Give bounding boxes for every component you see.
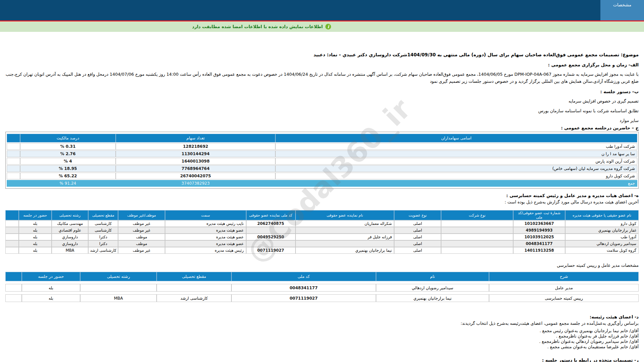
col-header-ownership-pct: درصد مالکیت	[20, 134, 116, 142]
col-header-blank	[7, 134, 20, 142]
section-j-title: ج – حاضرین درجلسه مجمع عمومی :	[5, 125, 639, 131]
blank-cell	[7, 143, 20, 150]
ownership-pct-cell: 2.76 %	[20, 150, 116, 157]
member-name-cell: گروه کوبل سلامت	[565, 247, 639, 254]
ownership-pct-cell: 65.22 %	[20, 173, 116, 179]
membership-type-cell: اصلی	[394, 220, 441, 227]
company-type-cell	[441, 247, 513, 254]
representative-id-cell	[246, 227, 296, 234]
col-header-registration-id: شمارۀ ثبت عضو حقوقی/کد ملی	[513, 210, 565, 220]
member-name-cell: غفار برارجانیان بهنمیري	[565, 227, 639, 234]
share-count-cell: 128218692	[116, 143, 275, 150]
table-row: رییس کمیته حسابرسی نیما برارجانیان بهنمی…	[5, 294, 639, 302]
representative-id-cell: 0071119027	[246, 247, 296, 254]
col-header-position: سمت	[165, 210, 246, 220]
blank-cell	[5, 240, 19, 247]
attendance-cell: بله	[22, 284, 80, 292]
representative-name-cell	[296, 240, 394, 247]
attendance-cell: بله	[19, 240, 52, 247]
degree-cell: کارشناسی ارشد	[88, 247, 118, 254]
board-header-row: نام عضو حقیقی یا حقوقی هیئت مدیره شمارۀ …	[5, 210, 639, 220]
share-count-cell: 1640013098	[116, 158, 275, 165]
table-row: آدورا طب 10103912025 اصلی فرزانه جلیل فر…	[5, 234, 639, 240]
company-type-cell	[441, 220, 513, 227]
field-cell: MBA	[52, 247, 89, 254]
col-header-field: رشته تحصیلی	[52, 210, 89, 220]
description-cell: مدیر عامل	[489, 284, 639, 292]
representative-id-cell: 2062740875	[246, 220, 296, 227]
degree-cell: کارشناسی	[88, 227, 118, 234]
executive-status-cell: موظف	[118, 234, 165, 240]
blank-cell	[7, 180, 20, 187]
table-row: غفار برارجانیان بهنمیري 4989194993 اصلی …	[5, 227, 639, 234]
executive-status-cell: غیر موظف	[118, 247, 165, 254]
attendees-total-row: جمع 37407382923 91.24 %	[7, 180, 637, 187]
total-pct-cell: 91.24 %	[20, 180, 116, 187]
col-header-shareholders: اسامی سهامداران	[275, 134, 637, 142]
share-count-cell: 7768964764	[116, 165, 275, 172]
col-header-name: نام	[376, 272, 489, 281]
degree-cell: کارشناسی ارشد	[157, 294, 231, 302]
position-cell: نایب رئیس هیئت مدیره	[165, 220, 246, 227]
blank-cell	[7, 150, 20, 157]
section-b-title: ب– دستور جلسه :	[5, 89, 639, 95]
top-navigation-bar: مشخصات	[0, 0, 644, 20]
presidium-member: آقای/ خانم سیدامیر رضویان اردهالي به‌عنو…	[5, 339, 639, 344]
attendees-table: اسامی سهامداران تعداد سهام درصد مالکیت ش…	[7, 133, 637, 187]
col-header-blank	[5, 272, 22, 281]
section-d-title: د- اعضای هیئت رئیسه:	[5, 314, 639, 320]
col-header-attendance: حضور در جلسه	[19, 210, 52, 220]
col-header-share-count: تعداد سهام	[116, 134, 275, 142]
attendance-cell: بله	[19, 227, 52, 234]
section-a-title: الف- زمان و محل برگزاری مجمع عمومی :	[5, 62, 639, 68]
total-shares-cell: 37407382923	[116, 180, 275, 187]
section-d-body: براساس رأی‌گیری به‌عمل‌آمده در جلسة مجمع…	[5, 320, 639, 326]
table-row: شرکت آرین الوند پارس 1640013098 4 %	[7, 158, 637, 165]
info-icon: i	[325, 24, 331, 29]
shareholder-name-cell: شرکت کوبل دارو	[275, 173, 637, 179]
col-header-member-name: نام عضو حقیقی یا حقوقی هیئت مدیره	[565, 210, 639, 220]
blank-cell	[7, 165, 20, 172]
representative-name-cell: فرزانه جلیل فر	[296, 234, 394, 240]
signature-match-content: i اطلاعات نمایش داده شده با اطلاعات امضا…	[192, 24, 331, 29]
name-cell: سیدامیر رضویان اردهالي	[376, 284, 489, 292]
ownership-pct-cell: 0.31 %	[20, 143, 116, 150]
col-header-degree: مقطع تحصیلی	[157, 272, 231, 281]
representative-name-cell: شکراله معماریان	[296, 220, 394, 227]
executive-status-cell: غیر موظف	[118, 227, 165, 234]
agenda-item: سایر موارد	[5, 118, 639, 123]
tab-specifications[interactable]: مشخصات	[600, 0, 644, 20]
ceo-audit-table: شرح نام کد ملی مقطع تحصیلی رشته تحصیلی ح…	[5, 269, 639, 305]
blank-cell	[5, 247, 19, 254]
col-header-representative-name: نام نماینده عضو حقوقی	[296, 210, 394, 220]
table-row: کوبل دارو 10102363667 اصلی شکراله معماری…	[5, 220, 639, 227]
representative-id-cell: 0049529250	[246, 234, 296, 240]
blank-cell	[5, 294, 22, 302]
codal-disclosure-page: { "colors":{ "topbar":"#0B4A75","tab":"#…	[0, 0, 644, 362]
blank-cell	[5, 234, 19, 240]
col-header-representative-id: کد ملی نماینده عضو حقوقی	[246, 210, 296, 220]
presidium-member: آقای/ خانم نیما برارجانیان بهنمیري به‌عن…	[5, 328, 639, 333]
report-body: موضوع: تصمیمات مجمع عمومی فوق‌العاده صاح…	[0, 52, 644, 362]
national-id-cell: 0048341177	[231, 284, 376, 292]
representative-name-cell: نیما برارجانیان بهنمیري	[296, 247, 394, 254]
shareholder-name-cell: سا یر سها مد ا را ن	[275, 150, 637, 157]
shareholder-name-cell: شرکت آرین الوند پارس	[275, 158, 637, 165]
executive-status-cell: موظف	[118, 240, 165, 247]
table-row: شرکت گروه مدیریت سرمایه لیان (سهامی خاص)…	[7, 165, 637, 172]
col-header-description: شرح	[489, 272, 639, 281]
member-name-cell: سیدامیر رضویان اردهالي	[565, 240, 639, 247]
total-label-cell: جمع	[275, 180, 637, 187]
table-row: سیدامیر رضویان اردهالي 0048341177 اصلی ع…	[5, 240, 639, 247]
attendance-cell: بله	[19, 247, 52, 254]
description-cell: رییس کمیته حسابرسی	[489, 294, 639, 302]
position-cell: عضو هیئت مدیره	[165, 234, 246, 240]
agenda-item: تطابق اساسنامه شرکت با نمونه اساسنامه سا…	[5, 108, 639, 113]
section-r-title: ر- تصمیمات متخذه در رابطه با دستور جلسه …	[5, 357, 639, 362]
attendees-header-row: اسامی سهامداران تعداد سهام درصد مالکیت	[7, 134, 637, 142]
share-count-cell: 26740042075	[116, 173, 275, 179]
agenda-item: تصمیم گیری در خصوص افزایش سرمایه	[5, 99, 639, 104]
ownership-pct-cell: 4 %	[20, 158, 116, 165]
field-cell: مهندسی مکانیک	[52, 220, 89, 227]
table-row: مدیر عامل سیدامیر رضویان اردهالي 0048341…	[5, 284, 639, 292]
